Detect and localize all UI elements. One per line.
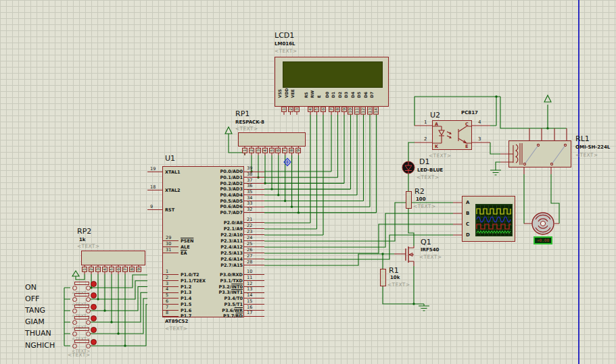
floating-placeholder: <TEXT>	[68, 352, 90, 358]
d1-led[interactable]	[402, 161, 415, 174]
scope-channel-label: A	[466, 200, 469, 205]
button-terminal	[72, 320, 77, 325]
button-actuator-icon[interactable]	[91, 292, 97, 298]
u2-pin4-number: 4	[478, 120, 481, 125]
push-button[interactable]: THUAN <TEXT>	[20, 328, 115, 340]
button-terminal	[72, 344, 77, 348]
rp1-placeholder: <TEXT>	[235, 126, 258, 132]
rp1-pins: 123456789	[241, 147, 302, 156]
oscilloscope[interactable]: ABCD	[462, 196, 515, 242]
u1-p0-pins: P0.0/AD039P0.1/AD138P0.2/AD237P0.3/AD336…	[176, 169, 298, 216]
button-terminal	[72, 286, 77, 290]
u1-ref: U1	[165, 154, 175, 163]
u2-pin2-number: 2	[424, 136, 427, 142]
rp2-value: 1k	[79, 237, 86, 242]
lcd-placeholder: <TEXT>	[275, 48, 297, 54]
button-terminal	[72, 309, 77, 313]
scope-traces	[476, 205, 512, 236]
d1-placeholder: <TEXT>	[417, 174, 439, 180]
push-button[interactable]: GIAM <TEXT>	[20, 317, 115, 328]
button-terminal	[72, 332, 77, 336]
r2-resistor[interactable]	[406, 191, 412, 209]
button-actuator-icon[interactable]	[91, 339, 97, 345]
d1-ref: D1	[419, 157, 429, 166]
u2-pin-k-label: K	[435, 144, 438, 149]
lcd-pins-ctrl: RS4RW5E6	[307, 82, 327, 107]
u2-ref: U2	[430, 111, 440, 120]
button-actuator-icon[interactable]	[91, 281, 97, 287]
scope-channel-label: D	[466, 232, 470, 238]
button-bar	[74, 305, 89, 308]
lcd-ref: LCD1	[275, 31, 294, 40]
r1-resistor[interactable]	[380, 269, 386, 286]
button-bar	[74, 328, 89, 331]
u2-placeholder: <TEXT>	[429, 153, 451, 159]
lcd-display[interactable]: VSS1VDD2VEE3 RS4RW5E6 D07D18D29D310D411D…	[275, 57, 389, 107]
dc-motor[interactable]	[530, 211, 556, 236]
schematic-canvas[interactable]: LCD1 LM016L <TEXT> VSS1VDD2VEE3 RS4RW5E6…	[0, 0, 616, 364]
power-arrow-icon	[225, 127, 232, 134]
button-terminal	[86, 297, 91, 302]
ground-symbol	[490, 170, 501, 175]
button-terminal	[86, 286, 91, 290]
u2-pin-e-label: E	[465, 144, 468, 149]
power-arrow-icon	[72, 271, 79, 276]
button-actuator-icon[interactable]	[91, 315, 97, 321]
button-actuator-icon[interactable]	[91, 327, 97, 333]
button-label: OFF	[25, 294, 39, 303]
rp2-ref: RP2	[77, 227, 91, 236]
motor-symbol-icon	[530, 211, 556, 236]
power-arrow-icon	[544, 95, 551, 102]
rp2-placeholder: <TEXT>	[77, 243, 99, 249]
rl1-model: OMI-SH-224L	[575, 145, 610, 150]
r1-value: 10k	[390, 275, 400, 280]
button-bar	[74, 282, 89, 285]
u2-pin-a-label: A	[435, 122, 438, 127]
rl1-relay[interactable]	[508, 140, 571, 167]
r2-value: 100	[416, 197, 426, 202]
u1-p3-pins: P3.0/RXD10P3.1/TXD11P3.2/INT012P3.3/INT1…	[176, 272, 298, 319]
q1-model: IRF540	[421, 247, 439, 253]
button-terminal	[86, 320, 91, 325]
u2-model: PC817	[461, 110, 478, 115]
u1-mcu[interactable]: 19XTAL1 18XTAL2 9RST 29PSEN30ALE31EA 1P1…	[162, 166, 244, 317]
rp2-respack[interactable]: 123456789	[81, 251, 145, 265]
push-button[interactable]: ON <TEXT>	[20, 282, 115, 294]
push-button[interactable]: TANG <TEXT>	[20, 305, 115, 317]
button-label: NGHICH	[25, 341, 55, 350]
button-bar	[74, 293, 89, 296]
rp1-respack[interactable]: 123456789	[238, 132, 306, 147]
q1-mosfet[interactable]	[403, 243, 417, 266]
u1-p2-pins: P2.0/A821P2.1/A922P2.2/A1023P2.3/A1124P2…	[176, 220, 298, 269]
button-label: GIAM	[25, 317, 45, 326]
scope-channel-label: B	[466, 211, 469, 216]
u1-model: AT89C52	[165, 319, 188, 324]
r2-ref: R2	[414, 187, 425, 196]
button-label: THUAN	[25, 329, 51, 338]
r2-placeholder: <TEXT>	[413, 203, 435, 209]
rp1-model: RESPACK-8	[235, 120, 264, 125]
lcd-pins-data: D07D18D29D310D411D512D613D714	[328, 82, 379, 107]
push-button[interactable]: OFF <TEXT>	[20, 294, 115, 305]
u2-optocoupler[interactable]: A K C E	[432, 120, 472, 150]
lcd-model: LM016L	[275, 41, 295, 47]
button-label: ON	[25, 283, 37, 292]
rp2-pins: 123456789	[81, 265, 142, 275]
push-button[interactable]: NGHICH <TEXT>	[20, 340, 115, 352]
lcd-pins-power: VSS1VDD2VEE3	[281, 82, 300, 107]
q1-placeholder: <TEXT>	[419, 254, 442, 260]
u2-pin1-number: 1	[424, 120, 427, 125]
button-label: TANG	[25, 306, 45, 315]
u2-pin3-number: 3	[478, 136, 481, 142]
mosfet-symbol-icon	[403, 243, 417, 266]
rp1-ref: RP1	[235, 109, 250, 118]
button-actuator-icon[interactable]	[91, 304, 97, 310]
r1-placeholder: <TEXT>	[387, 282, 410, 288]
scope-screen	[475, 204, 513, 236]
d1-model: LED-BLUE	[417, 167, 443, 173]
relay-symbol-icon	[509, 141, 571, 167]
button-terminal	[72, 297, 77, 302]
button-terminal	[86, 309, 91, 313]
led-symbol-icon	[402, 161, 415, 174]
scope-channel-label: C	[466, 222, 469, 227]
